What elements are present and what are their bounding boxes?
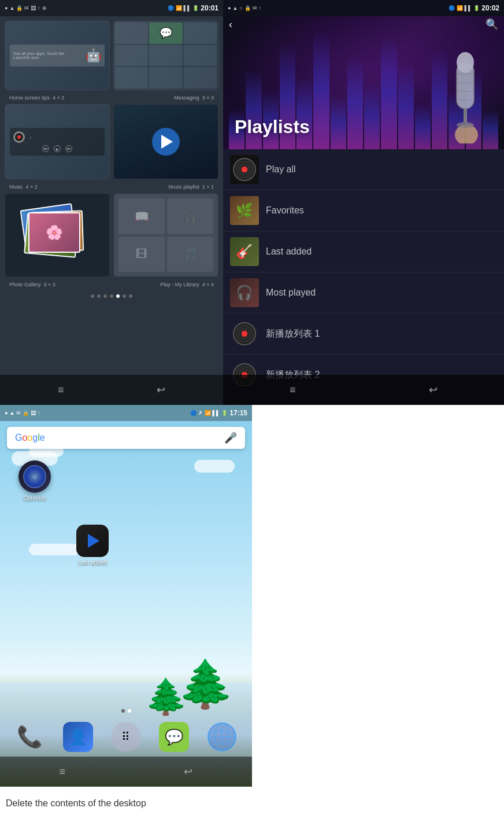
- dock-page-dots: [0, 709, 252, 713]
- menu-button-right[interactable]: ≡: [290, 384, 296, 396]
- dock-dot-2-active: [128, 709, 131, 713]
- back-button-right[interactable]: ‹: [229, 19, 232, 31]
- msg-cell-icon: 💬: [149, 23, 182, 44]
- playlist-item-last-added[interactable]: 🎸 Last added: [223, 231, 504, 272]
- playlist-thumb-last-added: 🎸: [230, 237, 259, 266]
- eq-bar-9: [364, 83, 380, 149]
- music-header-bg: ‹ 🔍 Playlists: [223, 16, 504, 149]
- play-pause-button[interactable]: ▶: [54, 145, 61, 152]
- widget-gallery[interactable]: 🌸: [5, 193, 110, 277]
- msg-cell-7: [115, 67, 148, 89]
- eq-bar-10: [381, 36, 396, 150]
- msg-cell-3: [184, 23, 217, 44]
- back-button-right-nav[interactable]: ↩: [429, 384, 438, 396]
- dot-5-active: [116, 294, 120, 298]
- dock-app-dialer[interactable]: ⠿: [111, 722, 141, 752]
- playlist-item-most-played[interactable]: 🎧 Most played: [223, 272, 504, 314]
- bottom-dock: 📞 👤 ⠿ 💬: [0, 709, 252, 757]
- status-left-bottom: ● ▲ ✉ 🔒 🖼 ↑: [5, 410, 40, 416]
- menu-button-bottom[interactable]: ≡: [60, 766, 66, 778]
- optimize-icon: ⊙: [18, 460, 51, 493]
- back-button-bottom[interactable]: ↩: [184, 765, 192, 778]
- svg-rect-8: [464, 109, 467, 123]
- vinyl-record-new-1: [233, 322, 256, 345]
- widget-music-playlist[interactable]: 📖 🎧 🎞 🎵: [113, 193, 218, 277]
- description-text: Delete the contents of the desktop: [6, 798, 498, 809]
- playlist-item-play-all[interactable]: Play all: [223, 149, 504, 190]
- eq-bar-5: [297, 76, 312, 150]
- playlist-item-favorites[interactable]: 🌿 Favorites: [223, 190, 504, 231]
- photo-stack: 🌸: [23, 207, 92, 264]
- status-time-left: 20:01: [201, 4, 218, 12]
- microphone-image: [440, 51, 487, 143]
- eq-bar-12: [415, 103, 431, 150]
- tips-text: See all your apps. Touch the Launcher ic…: [13, 51, 82, 60]
- mail-icon: ✉: [24, 5, 29, 11]
- app-optimize[interactable]: ⊙ Optimize: [12, 460, 58, 502]
- widget-label-library: Play - My Library 4 × 4: [160, 282, 214, 287]
- playlist-thumb-favorites: 🌿: [230, 196, 259, 225]
- dock-app-browser[interactable]: [207, 722, 237, 752]
- search-button-right[interactable]: 🔍: [486, 18, 498, 31]
- optimize-inner: ⊙: [23, 465, 46, 488]
- playlist-icon-film: 🎞: [118, 237, 165, 272]
- back-button-left[interactable]: ↩: [157, 384, 165, 396]
- mail-icon-r: ✉: [253, 5, 257, 11]
- dock-app-messaging[interactable]: 💬: [159, 722, 189, 752]
- music-title: ♪: [29, 135, 32, 139]
- next-button[interactable]: ⏭: [65, 145, 72, 152]
- widget-play[interactable]: [113, 104, 218, 179]
- dialer-icon: ⠿: [111, 722, 141, 752]
- widget-messaging[interactable]: 💬: [113, 21, 218, 90]
- status-icons-left: ● ▲ 🔒 ✉ 🖼 ↑ ⊕: [5, 5, 47, 11]
- playlist-icon-music: 🎵: [167, 237, 213, 272]
- browser-globe-icon: [207, 722, 237, 752]
- widget-home-screen-tips[interactable]: See all your apps. Touch the Launcher ic…: [5, 21, 110, 90]
- google-o2: o: [27, 433, 32, 443]
- status-time-bottom: 17:15: [229, 409, 247, 417]
- status-bar-bottom: ● ▲ ✉ 🔒 🖼 ↑ 🔵 ✗ 📶 ▌▌ 🔋 17:15: [0, 405, 252, 421]
- google-logo: Google: [15, 433, 45, 443]
- dot-4: [110, 294, 113, 298]
- widget-music[interactable]: ♪ ⏮ ▶ ⏭: [5, 104, 110, 179]
- status-bar-right: ● ▲ ○ 🔒 ✉ ↑ 🔵 📶 ▌▌ 🔋 20:02: [223, 0, 504, 16]
- widget-label-tips: Home screen tips 4 × 2: [9, 95, 64, 101]
- dock-app-phone[interactable]: 📞: [15, 722, 45, 752]
- circle-icon-r: ○: [239, 5, 242, 11]
- dot-3: [103, 294, 107, 298]
- play-button-large[interactable]: [152, 128, 180, 156]
- menu-button-left[interactable]: ≡: [58, 384, 64, 396]
- playlist-list: Play all 🌿 Favorites 🎸 Last added 🎧: [223, 149, 504, 391]
- wifi-icon: 📶: [176, 5, 182, 11]
- playlist-name-new-1: 新播放列表 1: [266, 328, 320, 340]
- bottom-nav-right: ≡ ↩: [223, 375, 504, 405]
- phone-icon: 📞: [15, 722, 45, 752]
- dot-6: [123, 294, 126, 298]
- bottom-nav-left: ≡ ↩: [0, 375, 223, 405]
- google-search-bar[interactable]: Google 🎤: [7, 427, 245, 449]
- google-mic-icon[interactable]: 🎤: [224, 432, 237, 444]
- music-top-bar: ‹ 🔍: [223, 16, 504, 32]
- playlist-icon-book: 📖: [118, 198, 165, 234]
- msg-cell-4: [115, 45, 148, 67]
- playlist-name-play-all: Play all: [266, 164, 296, 175]
- spacer-1: [69, 460, 116, 502]
- app-last-added[interactable]: Last added: [69, 525, 116, 566]
- dock-app-contacts[interactable]: 👤: [63, 722, 93, 752]
- s2: ▲: [9, 410, 14, 416]
- status-time-right: 20:02: [481, 4, 499, 12]
- playlists-title: Playlists: [235, 116, 310, 138]
- prev-button[interactable]: ⏮: [42, 145, 49, 152]
- widget-row-3: 🌸 📖 🎧 🎞 🎵: [5, 193, 218, 277]
- messaging-dock-icon: 💬: [159, 722, 189, 752]
- bat-b: 🔋: [221, 410, 228, 416]
- home-app-icons: ⊙ Optimize Last added: [0, 455, 252, 571]
- widget-labels-3: Photo Gallery 3 × 3 Play - My Library 4 …: [5, 282, 218, 287]
- wifi-icon-r: 📶: [457, 5, 463, 11]
- playlist-item-new-1[interactable]: 新播放列表 1: [223, 314, 504, 355]
- eq-bar-7: [331, 96, 346, 149]
- s1: ●: [5, 410, 8, 416]
- msg-cell-8: [149, 67, 182, 89]
- vinyl-record-play-all: [233, 158, 256, 181]
- page-dots: [0, 294, 223, 298]
